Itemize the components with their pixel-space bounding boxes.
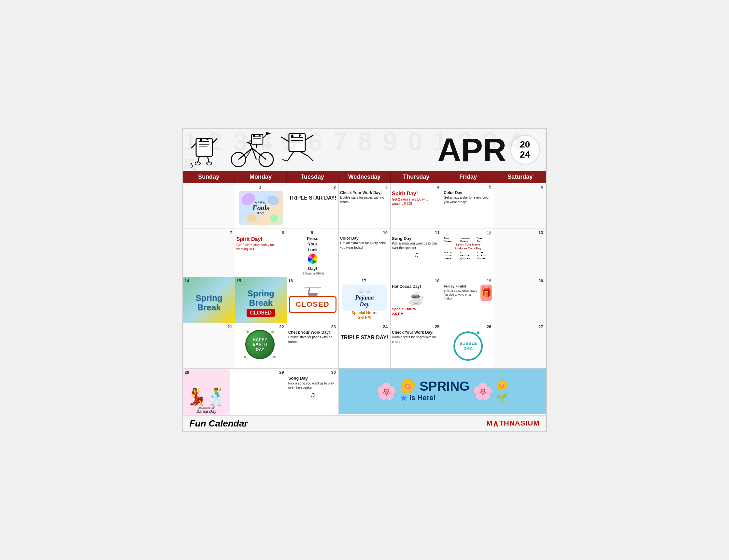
sign-hanger-icon: [303, 287, 322, 292]
press-luck-title: PressYourLuck: [301, 236, 324, 253]
cell-empty-sun: [183, 183, 235, 229]
header-wednesday: Wednesday: [338, 171, 390, 183]
calendar-header: 1 2 3 4 5 6 7 8 9 0 1 2 3 4 5: [183, 129, 546, 171]
closed-text: CLOSED: [289, 296, 336, 313]
fun-calendar-label: Fun Calendar: [189, 418, 248, 429]
gift-box-icon: 🎁: [481, 285, 492, 301]
cell-event: Hot Cocoa Day! ☕ Special Hours2-6 PM: [392, 284, 441, 316]
music-note-icon: ♫: [288, 390, 337, 400]
date-number: 12: [444, 230, 493, 236]
svg-line-30: [263, 135, 266, 138]
song-day-title: Song Day: [392, 236, 441, 242]
calendar-wrapper: 1 2 3 4 5 6 7 8 9 0 1 2 3 4 5: [182, 128, 547, 432]
spirit-day-title: Spirit Day!: [392, 190, 441, 197]
date-number: 8: [236, 230, 285, 235]
color-wheel-icon: [308, 254, 317, 264]
svg-line-44: [308, 156, 313, 161]
cell-apr-1: 1 APRIL Fools DAY: [235, 183, 287, 229]
bubble-day-content: BUBBLEDAY.: [444, 330, 493, 362]
spring-flower-left: 🌸: [376, 382, 397, 401]
morse-x: X—●●—: [477, 251, 493, 254]
svg-line-41: [287, 151, 294, 161]
date-number: 15: [235, 277, 242, 285]
earth-day-badge: 🍃 🍃 🍃 🍃 HAPPYEARTHDAY: [245, 330, 276, 361]
day-label: Day!: [301, 266, 324, 272]
closed-badge: CLOSED: [246, 309, 275, 317]
cell-event: Spirit Day! Get 2 extra stars today for …: [236, 236, 285, 252]
cell-apr-5: 5 Color Day Get an extra star for every …: [442, 183, 494, 229]
morse-title: Learn Your NameIn Morse Code Day: [444, 243, 493, 250]
pajama-day-image: ☁️☁️ PajamaDay: [342, 285, 386, 311]
check-work-title: Check Your Work Day!: [288, 330, 337, 335]
fun-calendar-text: Fun Calendar: [189, 418, 248, 428]
cell-event: TRIPLE STAR DAY!: [288, 194, 337, 202]
spring-break-label: SpringBreak: [247, 289, 274, 307]
morse-j: J●———: [460, 237, 476, 240]
color-day-desc: Get an extra star for every color you we…: [444, 195, 493, 204]
earth-day-label: HAPPYEARTHDAY: [253, 337, 267, 352]
date-number: 5: [444, 185, 493, 189]
date-number: 23: [288, 324, 337, 329]
cell-event: A●— J●——— S●●● B—●●● K—●— T— Learn Your …: [444, 237, 493, 260]
morse-y: Y—●——: [477, 254, 493, 257]
svg-line-39: [281, 137, 289, 142]
cell-event: Spirit Day! Get 2 extra stars today for …: [392, 190, 441, 206]
date-number: 29: [236, 370, 285, 375]
morse-q: Q——●—: [460, 257, 476, 260]
pajama-hours: Special Hours 2-6 PM: [351, 311, 378, 320]
friday-finds-title: Friday Finds!: [444, 284, 479, 289]
date-number: 2: [288, 185, 337, 189]
spring-star-icon: ★: [400, 393, 408, 403]
music-note-icon: ♫: [392, 250, 441, 260]
hot-cocoa-title: Hot Cocoa Day!: [392, 284, 441, 289]
spring-flower-small: 🌼: [496, 380, 508, 391]
cell-apr-26: 26 BUBBLEDAY.: [442, 323, 494, 369]
cell-apr-4: 4 Spirit Day! Get 2 extra stars today fo…: [391, 183, 442, 229]
header-tuesday: Tuesday: [287, 171, 338, 183]
date-number: 1: [259, 185, 262, 189]
date-number: 10: [340, 230, 389, 235]
spring-text-group: 🌼 SPRING ★ Is Here!: [400, 380, 470, 403]
skater-illustration: [189, 132, 229, 168]
svg-line-40: [305, 135, 313, 140]
header-thursday: Thursday: [391, 171, 442, 183]
morse-g: G——●: [444, 254, 460, 257]
song-day-desc: Pick a song you want us to play over the…: [288, 381, 337, 390]
svg-point-38: [299, 134, 301, 137]
cell-apr-20: 20: [494, 277, 546, 323]
check-work-title: Check Your Work Day!: [392, 330, 441, 335]
bubble-dot: [477, 331, 480, 334]
cell-apr-9: 9 PressYourLuck Day! (2 Stars or SPIN): [287, 229, 339, 277]
spring-break-closed-image: SpringBreak CLOSED: [235, 277, 287, 323]
date-number: 24: [340, 324, 389, 329]
spring-is-here-label: Is Here!: [410, 394, 436, 402]
cell-apr-16: 16 CLOSED: [287, 277, 339, 323]
check-work-desc: Double stars for pages with no errors!: [288, 335, 337, 344]
morse-p: P●——●: [460, 254, 476, 257]
spring-break-image: SpringBreak: [183, 277, 235, 323]
cell-apr-23: 23 Check Your Work Day! Double stars for…: [287, 323, 339, 369]
cell-apr-7: 7: [183, 229, 235, 277]
morse-z: Z——●●: [477, 257, 493, 260]
cell-apr-13: 13: [494, 229, 546, 277]
header-illustrations: [189, 132, 438, 168]
event-desc: Double stars for pages with no errors!: [340, 195, 389, 204]
leaf-icon: 🍃: [270, 354, 277, 362]
friday-finds-desc: Shh...It's a surprise! Extra fun give-a-…: [444, 289, 479, 301]
color-day-title: Color Day: [340, 236, 389, 241]
april-fools-image: APRIL Fools DAY: [239, 191, 283, 225]
date-number: 14: [183, 277, 190, 285]
calendar-grid: 1 APRIL Fools DAY 2 TRIPLE STAR DAY!: [183, 183, 546, 415]
date-number: 22: [279, 324, 285, 329]
morse-a: A●—: [444, 237, 460, 240]
cell-event: PressYourLuck Day! (2 Stars or SPIN): [301, 236, 324, 275]
day-label: DAY: [252, 211, 269, 215]
cocoa-icon: ☕: [392, 289, 441, 307]
morse-b: B—●●●: [444, 240, 460, 243]
year-label: 2024: [520, 140, 530, 160]
song-day-desc: Pick a song you want us to play over the…: [392, 241, 441, 250]
svg-line-42: [300, 151, 308, 156]
closed-sign: CLOSED: [289, 287, 336, 313]
leaf-icon: 🍃: [270, 327, 277, 334]
cell-apr-28: 28 💃🕺 InternationalDance Day: [183, 369, 235, 415]
